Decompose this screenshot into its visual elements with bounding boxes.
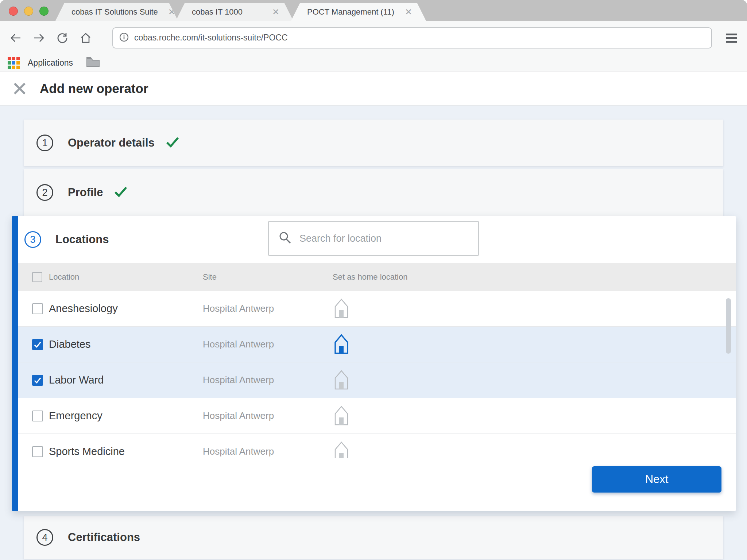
location-list: Aneshesiology Hospital Antwerp Diabetes … [18, 291, 736, 458]
table-row[interactable]: Sports Medicine Hospital Antwerp [18, 434, 736, 458]
home-location-icon[interactable] [333, 369, 350, 390]
tab-poct-management[interactable]: POCT Management (11) ✕ [291, 3, 426, 21]
search-icon [278, 231, 291, 246]
table-header: Location Site Set as home location [18, 263, 736, 291]
step-certifications[interactable]: 4 Certifications [24, 516, 723, 559]
tab-close-icon[interactable]: ✕ [272, 8, 279, 16]
site-name: Hospital Antwerp [203, 446, 333, 457]
close-window-icon[interactable] [9, 7, 18, 16]
applications-bookmark[interactable]: Applications [28, 58, 73, 68]
scrollbar-thumb[interactable] [726, 298, 731, 354]
location-name: Emergency [47, 410, 203, 422]
bookmarks-bar: Applications [0, 55, 747, 71]
column-header-home: Set as home location [333, 272, 736, 282]
hamburger-menu-icon[interactable] [725, 32, 738, 43]
row-checkbox[interactable] [32, 339, 43, 350]
site-name: Hospital Antwerp [203, 374, 333, 386]
table-row[interactable]: Emergency Hospital Antwerp [18, 398, 736, 434]
home-location-icon[interactable] [333, 333, 350, 354]
dialog-header: Add new operator [0, 71, 747, 106]
maximize-window-icon[interactable] [39, 7, 49, 16]
tab-cobas-it-1000[interactable]: cobas IT 1000 ✕ [176, 3, 293, 21]
step-number: 2 [36, 184, 53, 201]
step-label: Locations [55, 233, 109, 246]
home-location-icon[interactable] [333, 405, 350, 426]
step-operator-details[interactable]: 1 Operator details [24, 120, 723, 166]
row-checkbox[interactable] [32, 303, 43, 314]
row-checkbox[interactable] [32, 411, 43, 421]
site-name: Hospital Antwerp [203, 339, 333, 350]
home-icon[interactable] [80, 32, 92, 44]
step-label: Operator details [68, 136, 155, 149]
select-all-checkbox[interactable] [32, 272, 42, 282]
tab-label: cobas IT 1000 [192, 7, 243, 17]
site-name: Hospital Antwerp [203, 303, 333, 314]
step-label: Profile [68, 186, 103, 199]
home-location-icon[interactable] [333, 440, 350, 458]
location-name: Aneshesiology [47, 303, 203, 315]
forward-arrow-icon[interactable] [33, 32, 45, 44]
step-complete-check-icon [114, 186, 128, 199]
apps-grid-icon[interactable] [8, 57, 20, 69]
location-name: Diabetes [47, 338, 203, 350]
next-button[interactable]: Next [592, 466, 721, 493]
page-title: Add new operator [40, 81, 148, 96]
close-dialog-icon[interactable] [13, 82, 27, 96]
step-locations-panel: 3 Locations Location Site Set as hom [12, 216, 736, 511]
location-search [268, 221, 479, 256]
row-checkbox[interactable] [32, 446, 43, 457]
step-label: Certifications [68, 531, 140, 544]
table-row[interactable]: Aneshesiology Hospital Antwerp [18, 291, 736, 327]
location-name: Sports Medicine [47, 446, 203, 458]
row-checkbox[interactable] [32, 375, 43, 386]
back-arrow-icon[interactable] [9, 32, 22, 44]
site-name: Hospital Antwerp [203, 410, 333, 421]
reload-icon[interactable] [56, 32, 69, 44]
folder-icon[interactable] [86, 57, 100, 69]
tab-strip: cobas IT Solutions Suite ✕ cobas IT 1000… [58, 3, 426, 21]
minimize-window-icon[interactable] [24, 7, 33, 16]
tab-cobas-it-solutions-suite[interactable]: cobas IT Solutions Suite ✕ [55, 3, 178, 21]
browser-toolbar: cobas.roche.com/it-solutions-suite/POCC [0, 21, 747, 55]
step-number: 1 [36, 135, 53, 151]
column-header-location: Location [47, 272, 203, 282]
step-number: 3 [24, 231, 41, 248]
location-name: Labor Ward [47, 374, 203, 386]
info-icon[interactable] [119, 32, 129, 44]
tab-label: cobas IT Solutions Suite [71, 7, 158, 17]
column-header-site: Site [203, 272, 333, 282]
url-text: cobas.roche.com/it-solutions-suite/POCC [134, 33, 288, 43]
tab-close-icon[interactable]: ✕ [405, 8, 412, 16]
table-row[interactable]: Diabetes Hospital Antwerp [18, 327, 736, 362]
step-profile[interactable]: 2 Profile [24, 169, 723, 216]
window-controls [9, 7, 49, 16]
tab-label: POCT Management (11) [307, 7, 394, 17]
table-row[interactable]: Labor Ward Hospital Antwerp [18, 362, 736, 398]
step-number: 4 [36, 529, 53, 546]
browser-window: cobas IT Solutions Suite ✕ cobas IT 1000… [0, 0, 747, 560]
tab-close-icon[interactable]: ✕ [168, 8, 175, 16]
home-location-icon[interactable] [333, 298, 350, 319]
address-bar[interactable]: cobas.roche.com/it-solutions-suite/POCC [112, 27, 712, 48]
step-complete-check-icon [166, 136, 179, 149]
search-input[interactable] [299, 233, 469, 244]
tab-bar: cobas IT Solutions Suite ✕ cobas IT 1000… [0, 0, 747, 21]
wizard-content: 1 Operator details 2 Profile 3 Locations [0, 106, 747, 560]
